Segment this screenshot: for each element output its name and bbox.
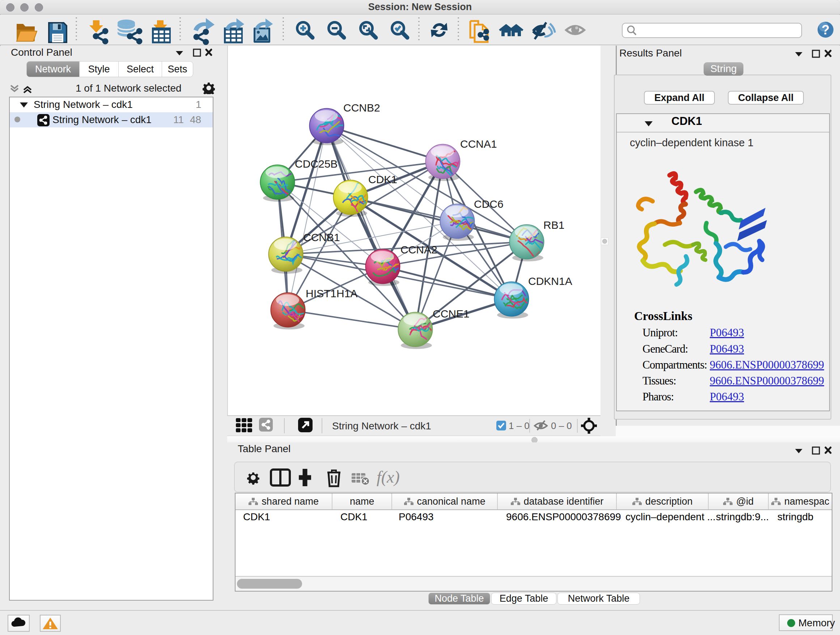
svg-text:0 – 0: 0 – 0 [551,420,572,431]
svg-text:CDKN1A: CDKN1A [528,275,572,287]
svg-text:CDK1: CDK1 [368,173,397,185]
svg-text:CCNE1: CCNE1 [433,308,470,320]
svg-text:RB1: RB1 [543,219,564,231]
svg-text:CCNB1: CCNB1 [303,231,340,243]
svg-text:HIST1H1A: HIST1H1A [306,287,357,299]
svg-text:String Network – cdk1: String Network – cdk1 [332,420,431,432]
svg-text:?: ? [821,22,829,37]
svg-text:CDC25B: CDC25B [295,158,338,170]
svg-text:1 – 0: 1 – 0 [508,420,530,431]
svg-text:CCNA2: CCNA2 [401,244,437,256]
svg-text:f(x): f(x) [377,468,400,486]
svg-text:CCNB2: CCNB2 [343,102,380,114]
svg-text:CDC6: CDC6 [474,198,504,210]
svg-text:CCNA1: CCNA1 [460,138,497,150]
